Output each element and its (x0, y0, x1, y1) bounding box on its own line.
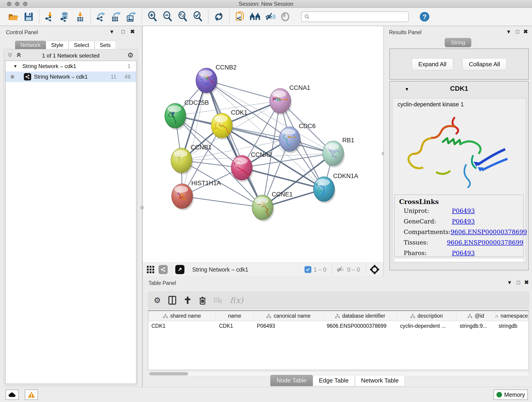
column-source-icon (163, 314, 168, 318)
network-collection-row[interactable]: ▼ String Network – cdk1 1 (6, 61, 136, 71)
tab-network-table[interactable]: Network Table (355, 375, 405, 386)
node-label: CCNB1 (191, 144, 212, 151)
import-network-icon (45, 12, 55, 22)
network-node-cdkn1a[interactable]: CDKN1A (313, 172, 358, 203)
tab-string[interactable]: String (445, 38, 472, 47)
eye-icon (280, 12, 290, 21)
collapse-all-button[interactable]: Collapse All (462, 58, 507, 70)
panel-float-icon[interactable]: □ (516, 28, 519, 35)
export-table-button[interactable] (109, 9, 124, 24)
search-field[interactable] (310, 14, 401, 20)
column-header-database-identifier[interactable]: database identifier (323, 311, 397, 321)
network-edge[interactable] (206, 80, 263, 207)
crosslink-link[interactable]: 9606.ENSP00000378699 (447, 239, 523, 246)
refresh-button[interactable] (211, 9, 226, 24)
panel-close-icon[interactable]: ✖ (523, 28, 528, 35)
crosslink-link[interactable]: P06493 (452, 249, 475, 256)
gene-description: cyclin-dependent kinase 1 (398, 101, 464, 108)
column-header-label: shared name (170, 313, 201, 319)
import-network-from-database-button[interactable] (57, 9, 72, 24)
open-session-button[interactable] (6, 9, 21, 24)
network-node-hist1h1a[interactable]: HIST1H1A (172, 180, 221, 211)
network-node-rb1[interactable]: RB1 (323, 137, 355, 167)
control-splitter-handle[interactable] (140, 206, 144, 210)
grid-view-icon[interactable] (147, 266, 154, 274)
panel-close-icon[interactable]: ✖ (524, 279, 529, 286)
crosslink-link[interactable]: P06493 (452, 218, 475, 225)
warnings-button[interactable] (25, 389, 38, 400)
panel-undock-icon[interactable]: ▾ (110, 28, 113, 35)
column-header-shared-name[interactable]: shared name (148, 311, 216, 321)
node-label: CCNB2 (215, 64, 237, 71)
crosslink-link[interactable]: 9606.ENSP00000378699 (451, 229, 527, 235)
hide-selected-button[interactable] (263, 9, 278, 24)
tree-expand-arrow-icon[interactable]: ▼ (13, 64, 17, 69)
show-all-button[interactable] (278, 9, 293, 24)
memory-button[interactable]: Memory (494, 389, 528, 400)
panel-float-icon[interactable]: □ (517, 279, 520, 286)
tab-edge-table[interactable]: Edge Table (313, 375, 355, 386)
table-row[interactable]: CDK1CDK1P064939606.ENSP00000378699cyclin… (148, 321, 529, 331)
help-button[interactable]: ? (417, 9, 432, 24)
network-edge[interactable] (182, 80, 206, 196)
network-canvas[interactable]: CCNB2CCNA1CDC25BCDK1CDC6RB1CCNB1CCNA2CDK… (143, 26, 383, 262)
table-panel-title: Table Panel (148, 280, 176, 286)
network-node-ccnb2[interactable]: CCNB2 (196, 64, 237, 95)
panel-close-icon[interactable]: ✖ (130, 28, 135, 35)
gear-icon[interactable]: ⚙ (127, 51, 133, 59)
add-column-plus-icon[interactable] (184, 296, 191, 304)
network-birdseye-toggle-icon[interactable] (158, 265, 168, 274)
export-image-button[interactable] (124, 9, 139, 24)
search-icon (304, 14, 310, 19)
network-node-cdc6[interactable]: CDC6 (279, 123, 316, 153)
export-network-button[interactable] (94, 9, 109, 24)
node-label: CDC6 (299, 123, 316, 129)
selected-checkbox-icon[interactable] (304, 266, 311, 273)
cloud-status-button[interactable] (6, 389, 19, 400)
tab-sets[interactable]: Sets (94, 41, 116, 50)
column-header-description[interactable]: description (397, 311, 456, 321)
network-edge[interactable] (182, 196, 263, 207)
detach-view-icon[interactable] (175, 265, 184, 274)
zoom-in-button[interactable] (145, 9, 160, 24)
column-header-name[interactable]: name (216, 311, 254, 321)
crosslink-link[interactable]: P06493 (452, 207, 475, 214)
crosslinks-title: CrossLinks (399, 198, 523, 206)
save-session-button[interactable] (21, 9, 36, 24)
tab-network[interactable]: Network (15, 41, 46, 50)
results-panel-title: Results Panel (389, 29, 422, 36)
delete-column-trash-icon[interactable] (199, 296, 206, 305)
column-header-canonical-name[interactable]: canonical name (254, 311, 323, 321)
panel-undock-icon[interactable]: ▾ (507, 28, 510, 35)
network-node-ccne1[interactable]: CCNE1 (252, 191, 293, 222)
import-table-from-file-button[interactable] (72, 9, 88, 24)
network-row[interactable]: String Network – cdk1 11 48 (6, 71, 136, 82)
tab-style[interactable]: Style (46, 41, 69, 50)
column-header-namespace[interactable]: namespace (495, 311, 528, 321)
window-minimize-button[interactable] (15, 2, 19, 6)
zoom-out-button[interactable] (160, 9, 175, 24)
scrollbar-thumb[interactable] (149, 372, 188, 375)
column-header--id[interactable]: @id (456, 311, 495, 321)
zoom-fit-content-button[interactable] (175, 9, 190, 24)
zoom-selected-button[interactable] (190, 9, 205, 24)
window-zoom-button[interactable] (23, 2, 27, 6)
tab-node-table[interactable]: Node Table (270, 375, 313, 386)
table-options-gear-icon[interactable]: ⚙ (154, 296, 161, 305)
search-input[interactable] (301, 12, 409, 22)
panel-undock-icon[interactable]: ▾ (508, 279, 511, 286)
tab-select[interactable]: Select (69, 41, 94, 50)
node-table[interactable]: shared namenamecanonical namedatabase id… (148, 310, 529, 370)
new-network-from-selection-button[interactable] (232, 9, 247, 24)
panel-float-icon[interactable]: □ (121, 28, 125, 35)
network-node-cdk1[interactable]: CDK1 (211, 109, 247, 140)
birdseye-navigator-icon[interactable] (370, 265, 380, 274)
results-hscrollbar[interactable] (394, 258, 524, 262)
hidden-node-edge-count: 0 – 0 (347, 266, 360, 273)
window-close-button[interactable] (7, 2, 12, 6)
show-columns-icon[interactable] (168, 296, 176, 305)
network-node-cdc25b[interactable]: CDC25B (165, 99, 209, 130)
first-neighbors-button[interactable] (247, 9, 263, 24)
expand-all-button[interactable]: Expand All (412, 58, 453, 70)
import-network-from-file-button[interactable] (42, 9, 57, 24)
